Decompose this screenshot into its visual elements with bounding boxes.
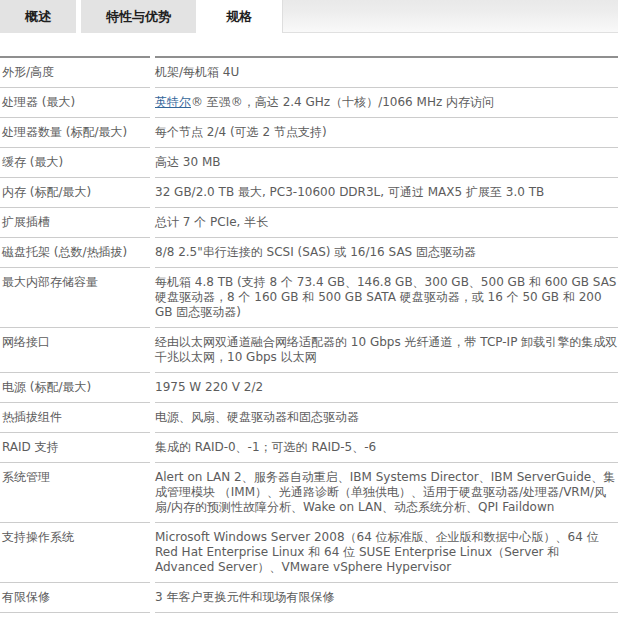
row-label: 处理器数量 (标配/最大) — [0, 118, 150, 148]
row-label: 最大内部存储容量 — [0, 268, 150, 328]
row-label: 热插拔组件 — [0, 403, 150, 433]
table-row: 缓存 (最大)高达 30 MB — [0, 148, 618, 178]
row-value: 32 GB/2.0 TB 最大, PC3-10600 DDR3L, 可通过 MA… — [155, 178, 618, 208]
row-value: 8/8 2.5"串行连接的 SCSI (SAS) 或 16/16 SAS 固态驱… — [155, 238, 618, 268]
row-value: 经由以太网双通道融合网络适配器的 10 Gbps 光纤通道，带 TCP-IP 卸… — [155, 328, 618, 373]
row-value: Microsoft Windows Server 2008（64 位标准版、企业… — [155, 523, 618, 583]
row-label: RAID 支持 — [0, 433, 150, 463]
row-label: 磁盘托架 (总数/热插拔) — [0, 238, 150, 268]
table-row: 系统管理Alert on LAN 2、服务器自动重启、IBM Systems D… — [0, 463, 618, 523]
row-value: Alert on LAN 2、服务器自动重启、IBM Systems Direc… — [155, 463, 618, 523]
tab-specifications[interactable]: 规格 — [201, 0, 277, 33]
row-label: 内存 (标配/最大) — [0, 178, 150, 208]
row-label: 支持操作系统 — [0, 523, 150, 583]
tab-bar-filler — [282, 0, 618, 33]
row-label: 扩展插槽 — [0, 208, 150, 238]
table-row: 磁盘托架 (总数/热插拔)8/8 2.5"串行连接的 SCSI (SAS) 或 … — [0, 238, 618, 268]
tab-overview[interactable]: 概述 — [0, 0, 76, 33]
row-label: 系统管理 — [0, 463, 150, 523]
table-row: 外形/高度机架/每机箱 4U — [0, 56, 618, 88]
row-label: 缓存 (最大) — [0, 148, 150, 178]
row-label: 有限保修 — [0, 583, 150, 613]
tab-bar: 概述特性与优势规格 — [0, 0, 618, 33]
table-row: 内存 (标配/最大)32 GB/2.0 TB 最大, PC3-10600 DDR… — [0, 178, 618, 208]
table-row: 热插拔组件电源、风扇、硬盘驱动器和固态驱动器 — [0, 403, 618, 433]
row-value: 集成的 RAID-0、-1；可选的 RAID-5、-6 — [155, 433, 618, 463]
tab-features-benefits[interactable]: 特性与优势 — [81, 0, 196, 33]
row-value: 3 年客户更换元件和现场有限保修 — [155, 583, 618, 613]
table-row: 扩展插槽总计 7 个 PCIe, 半长 — [0, 208, 618, 238]
row-label: 处理器 (最大) — [0, 88, 150, 118]
table-row: 网络接口经由以太网双通道融合网络适配器的 10 Gbps 光纤通道，带 TCP-… — [0, 328, 618, 373]
row-value: 每机箱 4.8 TB (支持 8 个 73.4 GB、146.8 GB、300 … — [155, 268, 618, 328]
spec-table: 外形/高度机架/每机箱 4U处理器 (最大)英特尔® 至强®，高达 2.4 GH… — [0, 56, 618, 613]
row-value: 总计 7 个 PCIe, 半长 — [155, 208, 618, 238]
row-value: 英特尔® 至强®，高达 2.4 GHz（十核）/1066 MHz 内存访问 — [155, 88, 618, 118]
row-value: 电源、风扇、硬盘驱动器和固态驱动器 — [155, 403, 618, 433]
row-value-text: ® 至强®，高达 2.4 GHz（十核）/1066 MHz 内存访问 — [191, 95, 494, 109]
table-row: 最大内部存储容量每机箱 4.8 TB (支持 8 个 73.4 GB、146.8… — [0, 268, 618, 328]
row-value: 每个节点 2/4 (可选 2 节点支持) — [155, 118, 618, 148]
row-value: 1975 W 220 V 2/2 — [155, 373, 618, 403]
table-row: 处理器 (最大)英特尔® 至强®，高达 2.4 GHz（十核）/1066 MHz… — [0, 88, 618, 118]
row-label: 外形/高度 — [0, 56, 150, 88]
table-row: 支持操作系统Microsoft Windows Server 2008（64 位… — [0, 523, 618, 583]
table-row: 处理器数量 (标配/最大)每个节点 2/4 (可选 2 节点支持) — [0, 118, 618, 148]
row-label: 电源 (标配/最大) — [0, 373, 150, 403]
row-label: 网络接口 — [0, 328, 150, 373]
intel-link[interactable]: 英特尔 — [155, 95, 191, 109]
table-row: 有限保修3 年客户更换元件和现场有限保修 — [0, 583, 618, 613]
row-value: 机架/每机箱 4U — [155, 56, 618, 88]
row-value: 高达 30 MB — [155, 148, 618, 178]
table-row: RAID 支持集成的 RAID-0、-1；可选的 RAID-5、-6 — [0, 433, 618, 463]
table-row: 电源 (标配/最大)1975 W 220 V 2/2 — [0, 373, 618, 403]
